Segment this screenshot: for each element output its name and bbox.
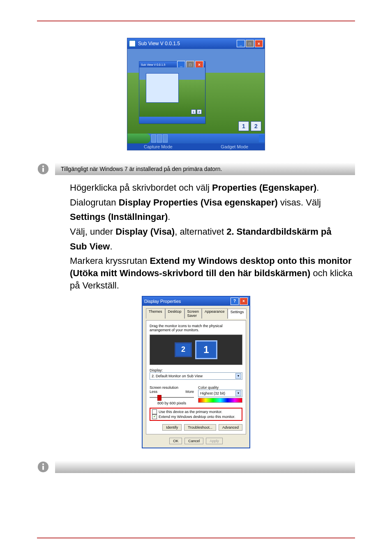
outer-desktop: Sub View V 0.0.1.5 _ □ × 1 2 (127, 49, 265, 143)
inner-badge-1: 1 (191, 109, 196, 114)
tab-screensaver[interactable]: Screen Saver (184, 308, 202, 319)
color-quality-value: Highest (32 bit) (200, 391, 225, 395)
info-icon (37, 163, 49, 175)
info-row-2 (37, 461, 355, 473)
t: . (316, 182, 319, 193)
info-band-1: Tillgängligt när Windows 7 är installera… (55, 163, 355, 175)
outer-monitor-badges: 1 2 (238, 121, 261, 131)
display-select[interactable]: 2. Default Monitor on Sub View ▾ (150, 372, 242, 380)
monitor-icon-1[interactable]: 1 (195, 340, 217, 359)
color-quality-label: Color quality (198, 385, 242, 390)
inner-title: Sub View V 0.0.1.5 (141, 63, 177, 66)
figure-display-properties: Display Properties ? × Themes Desktop Sc… (37, 296, 355, 448)
inner-badge-2: 2 (197, 109, 202, 114)
t: Dialogrutan (70, 197, 119, 208)
step-line-4b: Sub View. (70, 240, 355, 253)
slider-thumb[interactable] (157, 395, 161, 401)
chevron-down-icon: ▾ (235, 373, 241, 379)
maximize-button[interactable]: □ (246, 40, 254, 47)
resolution-slider[interactable] (150, 395, 194, 400)
checkbox-extend[interactable]: ✔ (152, 414, 157, 419)
t: Markera kryssrutan (70, 256, 150, 266)
svg-rect-2 (42, 168, 44, 172)
minimize-button[interactable]: _ (237, 40, 245, 47)
display-properties-dialog: Display Properties ? × Themes Desktop Sc… (142, 296, 250, 448)
document-page: Sub View V 0.0.1.5 _ □ × Sub View V 0.0.… (0, 0, 392, 554)
resolution-group: Screen resolution Less More 800 by 600 p… (150, 382, 194, 405)
info-text-1: Tillgängligt när Windows 7 är installera… (61, 166, 222, 172)
monitor-arranger[interactable]: 2 1 (150, 335, 242, 365)
taskbar-item-3[interactable] (163, 134, 168, 143)
dp-button-row-1: Identify Troubleshoot... Advanced (150, 424, 242, 431)
close-button[interactable]: × (255, 40, 263, 47)
checkbox-extend-label: Extend my Windows desktop onto this moni… (159, 415, 235, 419)
t-bold: Display Properties (Visa egenskaper) (119, 197, 278, 208)
t: . (168, 212, 170, 222)
inner-desktop: 1 2 (139, 67, 205, 117)
identify-button[interactable]: Identify (162, 424, 182, 431)
window-buttons: _ □ × (237, 40, 263, 47)
highlighted-checkboxes: Use this device as the primary monitor. … (150, 408, 242, 421)
subview-window: Sub View V 0.0.1.5 _ □ × Sub View V 0.0.… (127, 38, 265, 150)
outer-taskbar (127, 134, 265, 143)
dp-titlebar: Display Properties ? × (143, 297, 249, 306)
inner-monitor-badges: 1 2 (191, 109, 202, 114)
app-icon (129, 40, 136, 47)
t: , alternativet (175, 226, 226, 237)
cancel-button[interactable]: Cancel (184, 438, 203, 444)
top-horizontal-rule (37, 21, 355, 21)
capture-mode-label: Capture Mode (144, 144, 173, 149)
color-quality-select[interactable]: Highest (32 bit) ▾ (198, 390, 242, 397)
taskbar-item-1[interactable] (151, 134, 156, 143)
checkbox-primary-label: Use this device as the primary monitor. (159, 410, 222, 414)
t-bold: Sub View (70, 241, 110, 252)
dp-close-button[interactable]: × (240, 298, 248, 305)
advanced-button[interactable]: Advanced (219, 424, 242, 431)
tab-desktop[interactable]: Desktop (165, 308, 184, 319)
svg-point-4 (42, 463, 44, 465)
inner-titlebar: Sub View V 0.0.1.5 _ □ × (139, 62, 205, 67)
dp-title: Display Properties (144, 299, 231, 304)
step-line-3: Settings (Inställningar). (70, 211, 355, 223)
monitor-icon-2[interactable]: 2 (175, 342, 192, 357)
taskbar-item-2[interactable] (157, 134, 162, 143)
dp-body: Themes Desktop Screen Saver Appearance S… (143, 306, 249, 448)
t-bold: Settings (Inställningar) (70, 212, 168, 222)
dp-settings-panel: Drag the monitor icons to match the phys… (146, 320, 246, 434)
info-row-1: Tillgängligt när Windows 7 är installera… (37, 163, 355, 175)
color-quality-group: Color quality Highest (32 bit) ▾ (198, 382, 242, 405)
doc-body-text: Högerklicka på skrivbordet och välj Prop… (70, 182, 355, 292)
checkbox-extend-row: ✔ Extend my Windows desktop onto this mo… (152, 414, 240, 419)
slider-labels: Less More (150, 390, 194, 394)
tab-appearance[interactable]: Appearance (202, 308, 228, 319)
step-line-1: Högerklicka på skrivbordet och välj Prop… (70, 182, 355, 194)
troubleshoot-button[interactable]: Troubleshoot... (184, 424, 216, 431)
checkbox-primary[interactable] (152, 409, 157, 414)
t: Högerklicka på skrivbordet och välj (70, 182, 212, 193)
ok-button[interactable]: OK (169, 438, 182, 444)
step-line-2: Dialogrutan Display Properties (Visa ege… (70, 196, 355, 209)
inner-inner-window (146, 73, 179, 103)
dp-button-row-2: OK Cancel Apply (146, 438, 246, 444)
svg-point-1 (42, 165, 44, 167)
tab-settings[interactable]: Settings (228, 309, 247, 319)
dp-help-button[interactable]: ? (231, 298, 239, 305)
slider-track (150, 397, 194, 398)
system-tray[interactable] (259, 135, 265, 142)
bottom-horizontal-rule (37, 538, 355, 538)
dp-tabs: Themes Desktop Screen Saver Appearance S… (146, 308, 246, 319)
dp-drag-instruction: Drag the monitor icons to match the phys… (150, 324, 242, 332)
t: . (110, 241, 112, 252)
slider-label-more: More (185, 390, 194, 394)
svg-rect-5 (42, 466, 44, 470)
start-button[interactable] (127, 134, 150, 143)
inner-subview-window: Sub View V 0.0.1.5 _ □ × 1 2 (139, 61, 205, 124)
tab-themes[interactable]: Themes (146, 308, 165, 319)
apply-button[interactable]: Apply (206, 438, 223, 444)
display-select-value: 2. Default Monitor on Sub View (152, 374, 203, 378)
t-bold: Display (Visa) (115, 226, 175, 237)
outer-badge-1: 1 (238, 121, 249, 131)
step-line-5: Markera kryssrutan Extend my Windows des… (70, 255, 355, 291)
modes-row: Capture Mode Gadget Mode (127, 143, 265, 150)
t: visas. Välj (278, 197, 321, 208)
